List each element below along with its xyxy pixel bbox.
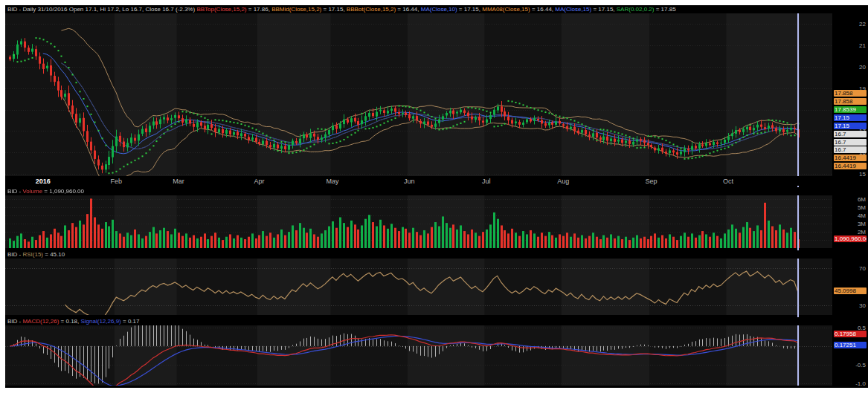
header-text-segment: BBBot(Close,15,2) (347, 6, 396, 13)
y-axis-tick-label: 3M (858, 221, 866, 227)
month-label: Mar (173, 178, 184, 185)
month-label: Jul (482, 178, 491, 185)
y-axis-tick-label: -0.5 (855, 362, 866, 368)
y-axis-tick-label: 6M (858, 196, 866, 203)
y-axis-tick-label: 5M (858, 204, 866, 211)
header-text-segment: = 16.44, (396, 6, 421, 13)
axis-value-badge: 0.17251 (834, 342, 867, 348)
month-label: Sep (645, 178, 657, 185)
header-text-segment: RSI(15) (22, 251, 43, 258)
y-axis-tick-label: 22 (859, 21, 866, 27)
header-text-segment: BBMid(Close,15,2) (271, 6, 321, 13)
volume-canvas[interactable] (5, 195, 832, 248)
macd-canvas[interactable] (5, 325, 832, 386)
y-axis-tick-label: 30 (859, 302, 866, 309)
axis-value-badge: 17.15 (834, 123, 867, 129)
header-text-segment: = 17.15, (321, 6, 347, 13)
axis-value-badge: 17.8539 (834, 106, 867, 113)
price-axis-column[interactable]: 222120191817161517.85817.85817.853917.15… (833, 5, 868, 388)
axis-value-badge: 45.0998 (834, 288, 867, 294)
axis-value-badge: 16.4419 (834, 155, 867, 161)
header-text-segment: = 17.85 (654, 6, 675, 13)
header-text-segment: BID - (7, 318, 22, 325)
y-axis-tick-label: 21 (859, 42, 866, 49)
chart-application: BID - Daily 31/10/2016 Open 17.1, Hi 17.… (5, 5, 868, 388)
header-text-segment: = 0.17 (121, 318, 140, 325)
rsi-canvas[interactable] (5, 259, 832, 315)
header-text-segment: BID - (7, 251, 22, 258)
header-text-segment: SAR(0.02,0.2) (617, 6, 655, 13)
header-text-segment: Signal(12,26,9) (81, 318, 121, 325)
header-text-segment: MMA08(Close,15) (482, 6, 530, 13)
month-label: May (326, 178, 338, 185)
month-label: Feb (111, 178, 123, 185)
header-text-segment: MA(Close,10) (421, 6, 457, 13)
axis-value-badge: 17.858 (834, 98, 867, 105)
y-axis-tick-label: -1.0 (855, 380, 866, 387)
y-axis-tick-label: 15 (859, 171, 866, 178)
y-axis-tick-label: 4M (858, 212, 866, 219)
month-label: Oct (723, 178, 733, 185)
axis-value-badge: 1,090,960.00 (834, 236, 867, 242)
header-text-segment: = 17.86, (247, 6, 272, 13)
header-text-segment: BID - Daily 31/10/2016 Open 17.1, Hi 17.… (7, 6, 196, 13)
header-text-segment: MA(Close,15) (555, 6, 591, 13)
header-text-segment: Volume (22, 188, 42, 195)
macd-header: BID - MACD(12,26) = 0.18, Signal(12,26,9… (5, 317, 835, 325)
axis-value-badge: 16.7 (834, 139, 867, 146)
header-text-segment: = 17.15, (457, 6, 483, 13)
header-text-segment: = 17.15, (591, 6, 617, 13)
header-text-segment: = 1,090,960.00 (42, 188, 84, 195)
crosshair-cursor-line (797, 13, 799, 386)
y-axis-tick-label: 20 (859, 64, 866, 71)
axis-value-badge: 16.4419 (834, 163, 867, 169)
axis-value-badge: 0.17958 (834, 331, 867, 337)
price-chart-canvas[interactable] (5, 13, 832, 176)
month-label: 2016 (36, 178, 51, 185)
axis-value-badge: 17.15 (834, 114, 867, 121)
rsi-header: BID - RSI(15) = 45.10 (5, 250, 835, 259)
month-label: Apr (254, 178, 264, 185)
y-axis-tick-label: 2M (858, 229, 866, 236)
time-axis[interactable]: 2016FebMarAprMayJunJulAugSepOct (5, 176, 832, 186)
axis-value-badge: 16.7 (834, 131, 867, 137)
month-label: Jun (404, 178, 415, 185)
header-text-segment: = 0.18, (59, 318, 80, 325)
month-label: Aug (557, 178, 569, 185)
header-text-segment: = 45.10 (43, 251, 65, 258)
y-axis-tick-label: 70 (859, 265, 866, 272)
axis-value-badge: 16.7 (834, 146, 867, 153)
header-text-segment: = 16.44, (530, 6, 556, 13)
main-chart-header: BID - Daily 31/10/2016 Open 17.1, Hi 17.… (5, 5, 835, 13)
axis-value-badge: 17.858 (834, 90, 867, 97)
header-text-segment: BBTop(Close,15,2) (196, 6, 246, 13)
header-text-segment: BID - (7, 188, 22, 195)
header-text-segment: MACD(12,26) (22, 318, 59, 325)
volume-header: BID - Volume = 1,090,960.00 (5, 187, 835, 195)
